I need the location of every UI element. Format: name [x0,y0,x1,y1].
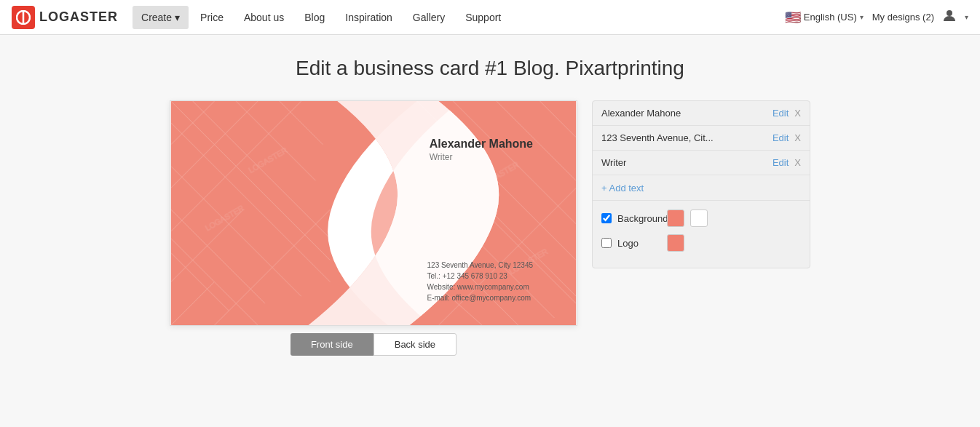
logo-icon [12,6,35,29]
text-item-2: Writer Edit X [593,151,810,175]
logo-option-row: Logo [601,234,801,252]
background-checkbox[interactable] [601,213,612,223]
text-item-2-remove[interactable]: X [794,157,801,168]
text-item-2-label: Writer [601,157,772,168]
navbar: LOGASTER Create ▾ Price About us Blog In… [0,0,980,35]
logo[interactable]: LOGASTER [12,6,118,29]
add-text-row: + Add text [593,175,810,201]
nav-create[interactable]: Create ▾ [133,6,189,29]
back-side-button[interactable]: Back side [374,333,457,356]
text-item-1: 123 Seventh Avenue, Cit... Edit X [593,126,810,151]
nav-support[interactable]: Support [457,6,510,29]
create-caret-icon: ▾ [175,12,180,23]
card-name-area: Alexander Mahone Writer [430,137,533,162]
flag-icon: 🇺🇸 [785,9,801,25]
options-area: Background Logo [593,201,810,268]
my-designs-link[interactable]: My designs (2) [872,12,934,23]
nav-blog[interactable]: Blog [296,6,333,29]
card-address-line1: 123 Seventh Avenue, City 12345 [427,260,533,271]
front-side-button[interactable]: Front side [291,333,374,356]
logo-color-swatch[interactable] [667,234,684,252]
text-item-1-edit[interactable]: Edit [772,132,789,143]
background-color-swatch[interactable] [667,209,684,227]
nav-price[interactable]: Price [191,6,232,29]
nav-inspiration[interactable]: Inspiration [336,6,401,29]
lang-caret-icon: ▾ [860,13,864,21]
background-label: Background [617,213,661,224]
card-container: LOGASTER LOGASTER LOGASTER LOGASTER LOGA… [170,100,577,356]
logo-label: Logo [617,238,661,249]
text-item-2-edit[interactable]: Edit [772,157,789,168]
card-address-line2: Tel.: +12 345 678 910 23 [427,271,533,282]
text-item-1-remove[interactable]: X [794,132,801,143]
card-side-buttons: Front side Back side [291,333,457,356]
text-item-0-remove[interactable]: X [794,108,801,119]
card-address-line4: E-mail: office@mycompany.com [427,292,533,303]
card-address-line3: Website: www.mycompany.com [427,282,533,292]
nav-links: Create ▾ Price About us Blog Inspiration… [133,6,785,29]
nav-right: 🇺🇸 English (US) ▾ My designs (2) ▾ [785,9,968,25]
card-address-area: 123 Seventh Avenue, City 12345 Tel.: +12… [427,260,533,303]
right-panel: Alexander Mahone Edit X 123 Seventh Aven… [592,100,810,268]
user-icon[interactable] [943,9,956,25]
text-item-0: Alexander Mahone Edit X [593,101,810,126]
background-white-swatch[interactable] [690,209,708,227]
logo-checkbox[interactable] [601,238,612,248]
logo-text: LOGASTER [39,9,118,25]
user-caret-icon: ▾ [965,13,968,21]
add-text-link[interactable]: + Add text [601,183,644,193]
card-job-title: Writer [430,152,533,162]
nav-about[interactable]: About us [235,6,293,29]
nav-gallery[interactable]: Gallery [404,6,454,29]
card-name: Alexander Mahone [430,137,533,151]
svg-point-2 [947,10,952,16]
editor-area: LOGASTER LOGASTER LOGASTER LOGASTER LOGA… [170,100,810,356]
business-card-preview[interactable]: LOGASTER LOGASTER LOGASTER LOGASTER LOGA… [170,100,577,326]
background-option-row: Background [601,209,801,227]
text-item-1-label: 123 Seventh Avenue, Cit... [601,132,772,143]
main-content: Edit a business card #1 Blog. Pixartprin… [0,35,980,427]
language-selector[interactable]: 🇺🇸 English (US) ▾ [785,9,864,25]
page-title: Edit a business card #1 Blog. Pixartprin… [296,57,684,80]
text-item-0-label: Alexander Mahone [601,108,772,119]
text-item-0-edit[interactable]: Edit [772,108,789,119]
